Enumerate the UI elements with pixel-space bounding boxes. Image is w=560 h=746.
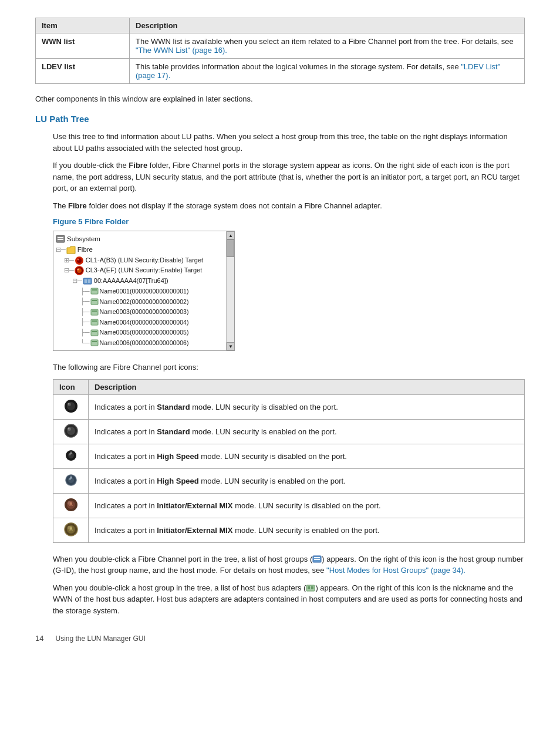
expand-cl1: ⊞─ [64, 255, 74, 266]
tree-row-subsystem: Subsystem [56, 234, 226, 244]
lun1-icon [90, 287, 99, 295]
figure-heading: Figure 5 Fibre Folder [53, 217, 525, 226]
cl3-label: CL3-A(EF) (LUN Security:Enable) Target [86, 265, 202, 276]
para3: The Fibre folder does not display if the… [53, 200, 525, 212]
lu-path-tree-heading: LU Path Tree [35, 114, 525, 124]
scroll-down[interactable]: ▼ [227, 342, 235, 350]
lun1-label: Name0001(0000000000000001) [100, 286, 189, 296]
table-row: LDEV list This table provides informatio… [36, 59, 525, 84]
lun4-label: Name0004(0000000000000004) [100, 318, 189, 328]
icon-row-2: Indicates a port in Standard mode. LUN s… [53, 419, 525, 444]
svg-rect-15 [92, 300, 97, 301]
tree-row-fibre: ⊟─ Fibre [56, 244, 226, 255]
desc5-bold: Initiator/External MIX [157, 501, 232, 510]
icon-cell-1 [53, 394, 89, 419]
desc4-after: mode. LUN security is enabled on the por… [199, 477, 346, 485]
conn-lun2: ├─ [80, 296, 90, 307]
svg-rect-12 [91, 288, 98, 294]
expand-fibre: ⊟─ [56, 245, 66, 255]
tree-row-lun3: ├─ Name0003(0000000000000003) [56, 307, 226, 318]
other-components-text: Other components in this window are expl… [35, 94, 525, 103]
table-row: WWN list The WWN list is available when … [36, 33, 525, 59]
col-icon: Icon [53, 379, 89, 394]
svg-rect-2 [58, 239, 63, 240]
svg-rect-1 [58, 237, 63, 238]
page-number: 14 [35, 634, 43, 643]
icon-desc-2: Indicates a port in Standard mode. LUN s… [89, 419, 525, 444]
wwn-list-link[interactable]: "The WWN List" (page 16). [136, 46, 227, 55]
hba-label: 00:AAAAAAA4(07[Tru64]) [94, 276, 168, 286]
icon-desc-6: Indicates a port in Initiator/External M… [89, 518, 525, 542]
desc5-plain: Indicates a port in [95, 501, 157, 510]
para3-before: The [53, 201, 68, 210]
hba-list-icon [306, 583, 315, 593]
following-text: The following are Fibre Channel port ico… [53, 362, 525, 373]
lun4-icon [90, 318, 99, 326]
fibre-folder-icon [66, 245, 76, 255]
host-group-icon [312, 555, 322, 564]
icon-cell-4 [53, 468, 89, 493]
lun6-icon [90, 339, 99, 347]
cl1-label: CL1-A(B3) (LUN Security:Disable) Target [86, 255, 203, 266]
conn-lun3: ├─ [80, 307, 90, 318]
para2: If you double-click the Fibre folder, Fi… [53, 160, 525, 194]
icon-row-5: Indicates a port in Initiator/External M… [53, 493, 525, 518]
para4-before: When you double-click a Fibre Channel po… [53, 555, 312, 563]
svg-rect-11 [88, 279, 90, 283]
scroll-thumb [227, 239, 234, 257]
tree-row-lun6: └─ Name0006(0000000000000006) [56, 338, 226, 349]
svg-rect-46 [314, 559, 320, 560]
tree-row-cl1: ⊞─ CL1-A(B3) (LUN Security:Disable) Targ… [56, 255, 226, 266]
item-wwn-list: WWN list [36, 33, 130, 59]
tree-content: Subsystem ⊟─ Fibre ⊞─ CL1-A(B3) (LUN [53, 231, 226, 350]
host-modes-link[interactable]: "Host Modes for Host Groups" (page 34). [326, 566, 465, 575]
desc2-after: mode. LUN security is enabled on the por… [190, 427, 337, 436]
icon-desc-1: Indicates a port in Standard mode. LUN s… [89, 394, 525, 419]
standard-enable-icon [64, 424, 78, 438]
desc6-plain: Indicates a port in [95, 526, 157, 535]
footer-text: Using the LUN Manager GUI [55, 634, 145, 643]
desc4-bold: High Speed [157, 477, 199, 485]
lun3-label: Name0003(0000000000000003) [100, 307, 189, 317]
svg-point-5 [77, 258, 79, 260]
desc4-plain: Indicates a port in [95, 477, 157, 485]
desc3-bold: High Speed [157, 452, 199, 461]
icon-desc-4: Indicates a port in High Speed mode. LUN… [89, 468, 525, 493]
icon-cell-3 [53, 444, 89, 468]
tree-scrollbar[interactable]: ▲ ▼ [226, 231, 234, 350]
highspeed-disable-icon [64, 448, 78, 463]
desc3-after: mode. LUN security is disabled on the po… [199, 452, 347, 461]
ldev-desc-text: This table provides information about th… [136, 62, 461, 71]
tree-row-lun2: ├─ Name0002(0000000000000002) [56, 296, 226, 307]
para2-bold: Fibre [129, 161, 147, 170]
subsystem-icon [56, 234, 65, 244]
desc1-plain: Indicates a port in [95, 403, 157, 411]
para1: Use this tree to find information about … [53, 131, 525, 154]
reference-table: Item Description WWN list The WWN list i… [35, 18, 525, 84]
lun5-icon [90, 329, 99, 337]
icon-desc-5: Indicates a port in Initiator/External M… [89, 493, 525, 518]
initiator-enable-icon [64, 522, 78, 536]
para3-bold: Fibre [68, 201, 87, 210]
desc3-plain: Indicates a port in [95, 452, 157, 461]
subsystem-label: Subsystem [67, 234, 100, 244]
icon-cell-2 [53, 419, 89, 444]
para4: When you double-click a Fibre Channel po… [53, 553, 525, 576]
page-footer: 14 Using the LUN Manager GUI [35, 634, 525, 643]
para5: When you double-click a host group in th… [53, 582, 525, 617]
desc1-after: mode. LUN security is disabled on the po… [190, 403, 338, 411]
svg-rect-16 [91, 309, 98, 315]
para2-before: If you double-click the [53, 161, 129, 170]
fibre-label: Fibre [77, 244, 93, 255]
wwn-desc-text: The WWN list is available when you selec… [136, 37, 514, 46]
scroll-up[interactable]: ▲ [227, 231, 235, 239]
svg-rect-13 [92, 289, 97, 291]
para5-before: When you double-click a host group in th… [53, 583, 306, 592]
svg-rect-23 [92, 341, 97, 342]
tree-row-lun5: ├─ Name0005(0000000000000005) [56, 328, 226, 338]
icon-cell-6 [53, 518, 89, 542]
svg-rect-14 [91, 299, 98, 305]
lun2-label: Name0002(0000000000000002) [100, 297, 189, 307]
desc6-after: mode. LUN security is enabled on the por… [233, 526, 380, 535]
lun6-label: Name0006(0000000000000006) [100, 338, 189, 348]
